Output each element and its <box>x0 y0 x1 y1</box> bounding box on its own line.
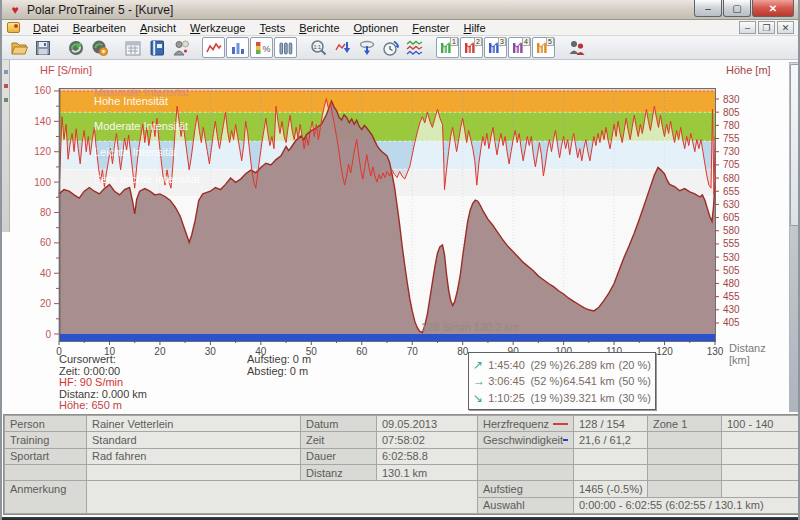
menu-item-bearbeiten[interactable]: Bearbeiten <box>66 21 133 35</box>
chart-scrollbar[interactable] <box>789 62 800 412</box>
mdi-child-icon[interactable] <box>7 22 20 33</box>
hf-tick-label: 100 <box>34 177 51 188</box>
diary-button[interactable] <box>145 37 169 58</box>
laps-view-button[interactable] <box>274 37 297 58</box>
curve-view-button[interactable] <box>202 37 225 58</box>
alt-tick-label: 430 <box>723 304 740 315</box>
mdi-close-button[interactable]: ✕ <box>777 21 794 34</box>
transfer-button[interactable] <box>64 37 88 58</box>
mdi-restore-button[interactable]: ❐ <box>758 21 775 34</box>
alt-tick-label: 405 <box>723 317 740 328</box>
ascent-distance-pct: (20 %) <box>615 359 651 371</box>
x-tick-label: 130 <box>707 346 724 357</box>
menu-item-fenster[interactable]: Fenster <box>405 21 456 35</box>
speed-line-icon <box>563 439 568 441</box>
cursor-hf: HF: 90 S/min <box>59 377 147 389</box>
selection-bar[interactable] <box>59 334 715 341</box>
app-window: ♥ Polar ProTrainer 5 - [Kurve] – ▢ ✕ Dat… <box>0 0 800 520</box>
persons-button[interactable] <box>565 37 589 58</box>
cursor-info-title: Cursorwert: <box>59 354 147 366</box>
aufstieg-value: 1465 (-0.5%) <box>574 481 647 496</box>
save-button[interactable] <box>31 37 55 58</box>
x-axis-title: Distanz <box>729 342 766 354</box>
menu-item-hilfe[interactable]: Hilfe <box>457 21 493 35</box>
button-number-badge: 5 <box>546 37 554 46</box>
curve-select-button[interactable] <box>331 37 355 58</box>
datum-value: 09.05.2013 <box>377 416 477 431</box>
anmerkung-value[interactable] <box>87 481 477 513</box>
alt-tick-label: 755 <box>723 133 740 144</box>
cursor-info: Cursorwert: Zeit: 0:00:00 HF: 90 S/min D… <box>59 354 147 412</box>
title-bar[interactable]: ♥ Polar ProTrainer 5 - [Kurve] – ▢ ✕ <box>2 0 798 20</box>
session-info-table: Person Rainer Vetterlein Datum 09.05.201… <box>3 414 800 515</box>
zoom-1-1-button[interactable]: 1:1 <box>307 37 331 58</box>
alt-tick-label: 455 <box>723 291 740 302</box>
hf-tick-label: 120 <box>34 146 51 157</box>
hf-tick-label: 40 <box>40 268 52 279</box>
person-value: Rainer Vetterlein <box>87 416 300 431</box>
lap-summary-box: ↗ 1:45:40 (29 %) 26.289 km (20 %) → 3:06… <box>468 352 656 410</box>
alt-tick-label: 605 <box>723 212 740 223</box>
alt-tick-label: 705 <box>723 159 740 170</box>
anmerkung-label: Anmerkung <box>5 481 86 513</box>
alt-tick-label: 780 <box>723 120 740 131</box>
empty-cell <box>722 481 798 496</box>
calendar-button[interactable] <box>121 37 145 58</box>
x-tick-label: 120 <box>656 346 673 357</box>
chart-scrollbar-thumb[interactable] <box>790 64 799 226</box>
auswahl-value: 0:00:00 - 6:02:55 (6:02:55 / 130.1 km) <box>574 498 798 513</box>
dauer-label: Dauer <box>301 449 376 464</box>
descent-time: 1:10:25 <box>487 392 525 404</box>
chart-5-button[interactable]: 5 <box>532 37 555 58</box>
distanz-label: Distanz <box>301 465 376 480</box>
hf-tick-label: 80 <box>40 207 52 218</box>
docked-palette-edge <box>2 60 10 232</box>
menu-item-tests[interactable]: Tests <box>252 21 292 35</box>
time-select-button[interactable] <box>379 37 403 58</box>
hf-tick-label: 140 <box>34 116 51 127</box>
hf-tick-label: 160 <box>34 85 51 96</box>
menu-item-datei[interactable]: Datei <box>26 21 66 35</box>
open-folder-button[interactable] <box>7 37 31 58</box>
alt-tick-label: 805 <box>723 107 740 118</box>
hf-tick-label: 60 <box>40 237 52 248</box>
chart-3-button[interactable]: 3 <box>484 37 507 58</box>
close-button[interactable]: ✕ <box>752 0 794 17</box>
speed-label: Geschwindigkeit <box>478 432 573 447</box>
heartrate-line-icon <box>553 423 568 425</box>
menu-item-ansicht[interactable]: Ansicht <box>133 21 183 35</box>
chart-1-button[interactable]: 1 <box>436 37 459 58</box>
speed-value: 21,6 / 61,2 <box>574 432 647 447</box>
button-number-badge: 1 <box>450 37 458 46</box>
plot-area[interactable]: Maximale IntensitätHohe IntensitätModera… <box>59 86 715 341</box>
hf-tick-label: 0 <box>45 329 51 340</box>
bars-view-button[interactable] <box>226 37 249 58</box>
percent-view-button[interactable]: % <box>250 37 273 58</box>
ascent-distance: 26.289 km <box>563 359 615 371</box>
compare-curves-button[interactable] <box>403 37 427 58</box>
alt-tick-label: 830 <box>723 94 740 105</box>
menu-item-optionen[interactable]: Optionen <box>347 21 406 35</box>
minimize-button[interactable]: – <box>694 0 722 17</box>
chart-2-button[interactable]: 2 <box>460 37 483 58</box>
climb-info: Aufstieg: 0 m Abstieg: 0 m <box>247 354 311 377</box>
descent-time-pct: (19 %) <box>525 392 563 404</box>
x-tick-label: 30 <box>205 346 217 357</box>
selection-button[interactable] <box>355 37 379 58</box>
zone-label: Moderate Intensität <box>94 120 188 132</box>
menu-item-berichte[interactable]: Berichte <box>292 21 346 35</box>
chart-4-button[interactable]: 4 <box>508 37 531 58</box>
empty-cell <box>648 432 721 447</box>
distanz-value: 130.1 km <box>377 465 477 480</box>
x-tick-label: 20 <box>154 346 166 357</box>
svg-text:1:1: 1:1 <box>314 44 322 50</box>
toolbar: %1:112345 <box>2 36 798 60</box>
alt-tick-label: 630 <box>723 199 740 210</box>
transfer-settings-button[interactable] <box>88 37 112 58</box>
mdi-minimize-button[interactable]: – <box>739 21 756 34</box>
person-note-button[interactable] <box>169 37 193 58</box>
heartrate-value: 128 / 154 <box>574 416 647 431</box>
menu-item-werkzeuge[interactable]: Werkzeuge <box>183 21 252 35</box>
maximize-button[interactable]: ▢ <box>723 0 751 17</box>
descent-summary-row: ↘ 1:10:25 (19 %) 39.321 km (30 %) <box>473 391 651 405</box>
